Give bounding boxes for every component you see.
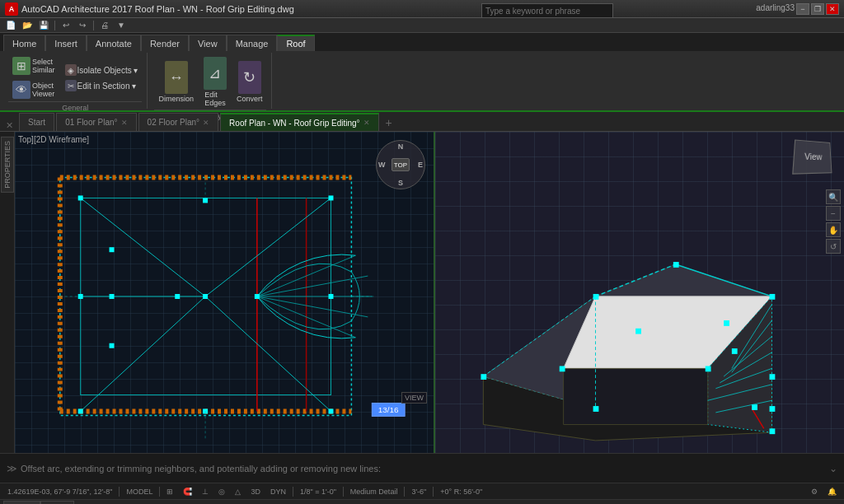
viewport-2d[interactable]: Top][2D Wireframe] (15, 132, 435, 453)
svg-line-9 (81, 296, 205, 411)
svg-rect-58 (481, 374, 486, 380)
model-tab[interactable]: Model (3, 501, 40, 504)
coordinates-text: 1.42619E-03, 67'-9 7/16", 12'-8" (7, 488, 112, 496)
qa-print-button[interactable]: 🖨 (97, 19, 112, 32)
svg-rect-63 (732, 348, 738, 354)
edit-in-section-button[interactable]: ✂ Edit in Section ▾ (61, 78, 143, 93)
qa-new-button[interactable]: 📄 (3, 19, 18, 32)
bottom-tabs: Model Work + (0, 499, 844, 504)
viewport-3d[interactable]: View 🔍 − ✋ ↺ (435, 132, 844, 453)
ribbon-tab-annotate[interactable]: Annotate (87, 35, 141, 51)
dyn-button[interactable]: DYN (266, 485, 290, 498)
ribbon-tabs: Home Insert Annotate Render View Manage … (0, 33, 844, 51)
compass[interactable]: N S E W TOP (376, 140, 425, 189)
compass-e: E (418, 161, 423, 169)
rotation-display[interactable]: +0° R: 56'-0" (436, 485, 486, 498)
tab-roof-close[interactable]: ✕ (363, 119, 370, 127)
compass-s: S (398, 179, 403, 187)
close-button[interactable]: ✕ (826, 3, 839, 15)
status-sep-3 (293, 487, 293, 497)
ortho-button[interactable]: ⊥ (198, 485, 213, 498)
elevation-display[interactable]: 3'-6" (407, 485, 430, 498)
ribbon-tab-view[interactable]: View (189, 35, 227, 51)
qa-dropdown-button[interactable]: ▼ (114, 19, 129, 32)
ribbon-tab-render[interactable]: Render (141, 35, 189, 51)
qa-save-button[interactable]: 💾 (36, 19, 51, 32)
svg-rect-64 (752, 404, 757, 410)
command-scroll-button[interactable]: ⌄ (829, 463, 837, 474)
svg-rect-59 (560, 366, 565, 371)
doc-tab-start[interactable]: Start (19, 113, 54, 131)
ribbon-tab-home[interactable]: Home (3, 35, 45, 51)
view-label[interactable]: VIEW (401, 392, 427, 404)
notification-icon[interactable]: 🔔 (823, 485, 841, 498)
title-text: AutoCAD Architecture 2017 Roof Plan - WN… (21, 4, 294, 14)
title-bar: A AutoCAD Architecture 2017 Roof Plan - … (0, 0, 844, 18)
ribbon-tab-insert[interactable]: Insert (45, 35, 87, 51)
zoom-out-button[interactable]: − (826, 206, 841, 221)
viewcube-3d[interactable]: View (795, 140, 836, 173)
qa-redo-button[interactable]: ↪ (75, 19, 90, 32)
zoom-in-button[interactable]: 🔍 (826, 189, 841, 204)
object-snap-button[interactable]: △ (231, 485, 245, 498)
select-similar-icon: ⊞ (12, 57, 30, 75)
polar-button[interactable]: ◎ (214, 485, 229, 498)
scale-text: 1/8" = 1'-0" (300, 488, 336, 496)
orbit-button[interactable]: ↺ (826, 239, 841, 254)
isolate-objects-button[interactable]: ◈ Isolate Objects ▾ (61, 63, 143, 77)
object-viewer-button[interactable]: 👁 ObjectViewer (8, 78, 59, 101)
app-icon: A (5, 2, 18, 16)
search-input[interactable] (481, 3, 613, 18)
tab-floor1-close[interactable]: ✕ (121, 119, 128, 127)
dimension-button[interactable]: ↔ Dimension (154, 58, 198, 105)
doc-tab-roof[interactable]: Roof Plan - WN - Roof Grip Editing° ✕ (220, 113, 379, 131)
viewcube-box[interactable]: View (792, 139, 832, 174)
model-status[interactable]: MODEL (122, 485, 157, 498)
work-tab[interactable]: Work (40, 501, 74, 504)
command-input[interactable] (21, 464, 826, 474)
ribbon-tab-manage[interactable]: Manage (227, 35, 278, 51)
compass-n: N (398, 142, 404, 151)
edit-edges-label: EditEdges (204, 91, 226, 107)
snap-button[interactable]: 🧲 (179, 485, 196, 498)
title-left: A AutoCAD Architecture 2017 Roof Plan - … (5, 2, 294, 16)
qa-undo-button[interactable]: ↩ (59, 19, 73, 32)
detail-display[interactable]: Medium Detail (346, 485, 402, 498)
tab-floor2-close[interactable]: ✕ (203, 119, 209, 127)
title-controls: − ❐ ✕ (796, 3, 839, 15)
convert-button[interactable]: ↻ Convert (232, 58, 267, 105)
tab-left-arrow[interactable]: ✕ (3, 120, 16, 131)
ribbon-tab-roof[interactable]: Roof (277, 35, 314, 51)
viewcube-label: View (804, 152, 823, 161)
isolate-icon: ◈ (65, 64, 77, 76)
3dosnap-button[interactable]: 3D (246, 485, 265, 498)
add-tab-button[interactable]: + (381, 114, 397, 131)
scale-display[interactable]: 1/8" = 1'-0" (296, 485, 340, 498)
restore-button[interactable]: ❐ (811, 3, 824, 15)
select-similar-button[interactable]: ⊞ SelectSimilar (8, 54, 59, 77)
compass-center[interactable]: TOP (392, 158, 410, 171)
edit-section-icon: ✂ (65, 80, 77, 91)
ribbon: Home Insert Annotate Render View Manage … (0, 33, 844, 112)
qa-separator (54, 21, 55, 30)
doc-tab-floor1[interactable]: 01 Floor Plan° ✕ (56, 113, 136, 131)
pan-button[interactable]: ✋ (826, 222, 841, 237)
tab-roof-label: Roof Plan - WN - Roof Grip Editing° (229, 119, 360, 128)
status-sep-6 (433, 487, 434, 497)
qa-open-button[interactable]: 📂 (20, 19, 35, 32)
edit-section-label: Edit in Section ▾ (77, 82, 137, 91)
elevation-text: 3'-6" (411, 488, 426, 496)
properties-tab[interactable]: PROPERTIES (1, 137, 14, 193)
svg-rect-67 (770, 428, 776, 434)
edit-edges-button[interactable]: ⊿ EditEdges (199, 54, 231, 110)
svg-line-10 (205, 296, 331, 411)
doc-tab-floor2[interactable]: 02 Floor Plan° ✕ (138, 113, 218, 131)
grid-snap-button[interactable]: ⊞ (162, 485, 177, 498)
minimize-button[interactable]: − (796, 3, 809, 15)
svg-rect-60 (706, 366, 711, 371)
coordinates-display[interactable]: 1.42619E-03, 67'-9 7/16", 12'-8" (3, 485, 116, 498)
isolate-label: Isolate Objects ▾ (77, 66, 138, 75)
settings-icon[interactable]: ⚙ (807, 485, 822, 498)
command-line: ≫ ⌄ (0, 453, 844, 483)
svg-rect-17 (78, 195, 83, 200)
